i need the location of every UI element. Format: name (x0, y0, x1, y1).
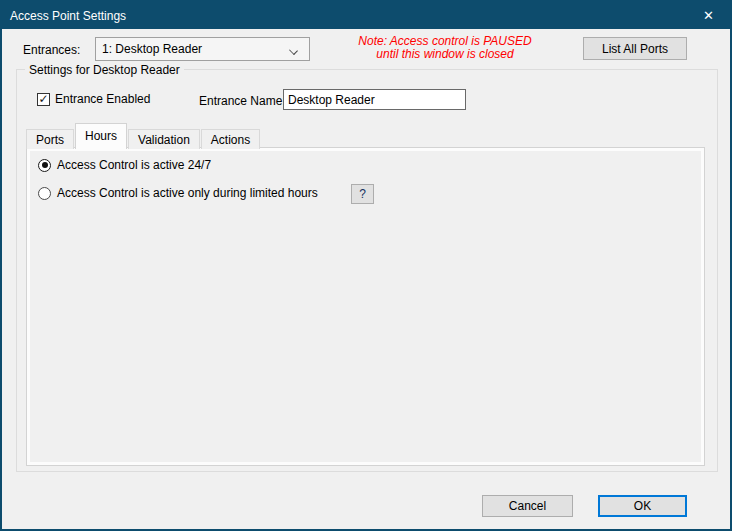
tab-actions[interactable]: Actions (201, 129, 260, 149)
help-button[interactable]: ? (351, 184, 374, 204)
check-icon: ✓ (38, 93, 48, 105)
access-24-7-radio[interactable] (38, 159, 51, 172)
access-limited-hours-radio[interactable] (38, 187, 51, 200)
tab-ports[interactable]: Ports (26, 129, 74, 149)
tab-validation[interactable]: Validation (128, 129, 200, 149)
list-all-ports-button[interactable]: List All Ports (583, 37, 687, 60)
window-title: Access Point Settings (10, 9, 126, 23)
access-24-7-option[interactable]: Access Control is active 24/7 (38, 158, 211, 172)
entrance-name-label: Entrance Name: (199, 94, 286, 108)
close-icon: ✕ (703, 8, 714, 23)
access-limited-hours-label: Access Control is active only during lim… (57, 186, 318, 200)
entrances-label: Entrances: (23, 43, 80, 57)
tab-hours[interactable]: Hours (75, 123, 127, 149)
access-limited-hours-option[interactable]: Access Control is active only during lim… (38, 186, 318, 200)
pause-note-line2: until this window is closed (350, 48, 540, 61)
title-bar[interactable]: Access Point Settings (2, 2, 730, 29)
entrances-dropdown[interactable]: 1: Desktop Reader (95, 37, 310, 61)
pause-note: Note: Access control is PAUSED until thi… (350, 35, 540, 61)
settings-groupbox-title: Settings for Desktop Reader (25, 63, 184, 77)
entrance-enabled-checkbox[interactable]: ✓ (37, 93, 50, 106)
access-point-settings-dialog: Access Point Settings ✕ Entrances: 1: De… (0, 0, 732, 531)
help-icon: ? (359, 187, 366, 201)
cancel-button[interactable]: Cancel (482, 495, 573, 517)
access-24-7-label: Access Control is active 24/7 (57, 158, 211, 172)
close-button[interactable]: ✕ (687, 2, 730, 29)
chevron-down-icon (289, 46, 298, 55)
entrances-dropdown-value: 1: Desktop Reader (102, 42, 202, 56)
entrance-enabled-label: Entrance Enabled (55, 92, 150, 106)
tab-strip: Ports Hours Validation Actions (26, 123, 261, 149)
ok-button[interactable]: OK (598, 495, 687, 517)
entrance-enabled-row[interactable]: ✓ Entrance Enabled (37, 92, 150, 106)
entrance-name-input[interactable] (283, 89, 466, 110)
